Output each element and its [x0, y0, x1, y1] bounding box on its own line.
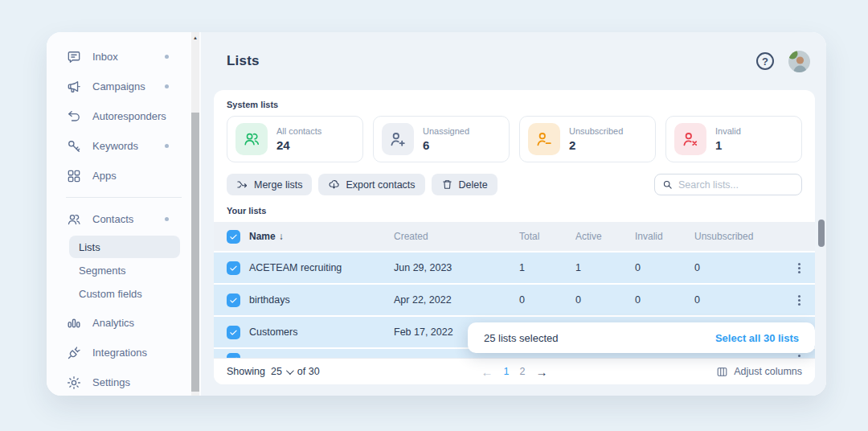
stat-value: 1 [715, 138, 741, 152]
megaphone-icon [66, 79, 82, 95]
column-header-total[interactable]: Total [519, 231, 575, 242]
notification-dot [165, 84, 169, 88]
cell-list-name: birthdays [249, 294, 394, 306]
sidebar-item-label: Contacts [92, 213, 133, 225]
help-button[interactable]: ? [756, 52, 774, 70]
sidebar-item-integrations[interactable]: Integrations [47, 338, 201, 367]
sidebar-item-autoresponders[interactable]: Autoresponders [47, 101, 201, 131]
check-icon [229, 296, 238, 305]
stat-label: Invalid [715, 126, 741, 136]
stat-label: Unassigned [423, 126, 469, 136]
export-contacts-button[interactable]: Export contacts [318, 174, 424, 195]
sidebar-subitem-segments[interactable]: Segments [69, 259, 180, 281]
row-checkbox[interactable] [227, 326, 240, 339]
scroll-up-arrow-icon[interactable]: ▲ [191, 34, 199, 42]
inbox-icon [66, 49, 82, 65]
page-size-dropdown[interactable]: 25 [271, 366, 292, 377]
sidebar-item-label: Autoresponders [92, 110, 166, 122]
stat-card-all-contacts[interactable]: All contacts 24 [227, 116, 363, 162]
showing-label: Showing [227, 366, 265, 377]
sidebar-item-campaigns[interactable]: Campaigns [47, 72, 201, 101]
sidebar-divider [66, 197, 182, 198]
notification-dot [165, 55, 169, 59]
stat-card-unassigned[interactable]: Unassigned 6 [373, 116, 510, 162]
next-page-icon[interactable]: → [535, 365, 547, 379]
page-number-2[interactable]: 2 [520, 366, 526, 377]
sidebar-item-label: Integrations [92, 347, 147, 359]
sidebar-subitem-lists[interactable]: Lists [69, 236, 180, 258]
plug-icon [66, 345, 82, 361]
select-all-checkbox[interactable] [227, 230, 240, 244]
column-header-created[interactable]: Created [394, 231, 519, 242]
system-lists-label: System lists [227, 100, 802, 109]
column-header-active[interactable]: Active [575, 231, 635, 242]
sidebar-item-settings[interactable]: Settings [47, 367, 201, 396]
sidebar-scrollbar-thumb[interactable] [191, 113, 199, 392]
sidebar-item-label: Apps [92, 170, 117, 182]
select-all-link[interactable]: Select all 30 lists [715, 332, 799, 344]
sidebar-item-apps[interactable]: Apps [47, 161, 201, 191]
stat-value: 6 [423, 138, 469, 152]
cell-unsubscribed: 0 [694, 262, 791, 273]
subitem-label: Segments [79, 265, 126, 277]
row-menu-icon[interactable] [795, 261, 804, 276]
sidebar-item-contacts[interactable]: Contacts [47, 204, 201, 234]
pagination: ← 1 2 → [481, 365, 548, 379]
stat-card-invalid[interactable]: Invalid 1 [665, 116, 802, 162]
showing-control: Showing 25 of 30 [227, 366, 320, 377]
previous-page-icon[interactable]: ← [481, 365, 493, 379]
row-checkbox[interactable] [227, 293, 240, 307]
subitem-label: Lists [79, 241, 100, 253]
columns-icon [716, 366, 728, 378]
page-number-1[interactable]: 1 [504, 366, 510, 377]
selection-count: 25 lists selected [484, 332, 559, 344]
column-header-invalid[interactable]: Invalid [635, 231, 694, 242]
row-menu-icon[interactable] [795, 293, 804, 308]
cell-active: 1 [575, 262, 635, 273]
cell-list-name: ACETEAM recruiting [249, 262, 394, 273]
check-icon [229, 232, 238, 241]
adjust-columns-button[interactable]: Adjust columns [716, 366, 802, 378]
column-header-name[interactable]: Name↓ [249, 231, 394, 242]
merge-lists-button[interactable]: Merge lists [227, 174, 312, 195]
sidebar-item-label: Campaigns [92, 80, 145, 92]
page-size-value: 25 [271, 366, 282, 377]
check-icon [229, 328, 238, 337]
sidebar-item-keywords[interactable]: Keywords [47, 131, 201, 161]
main-scrollbar-thumb[interactable] [818, 220, 825, 247]
main-panel: Lists ? System lists [201, 32, 826, 396]
bar-chart-icon [66, 315, 82, 331]
search-input[interactable] [678, 179, 794, 191]
sidebar-item-inbox[interactable]: Inbox [47, 42, 201, 72]
sidebar: Inbox Campaigns Autoresponders Keywords … [47, 32, 201, 396]
grid-icon [66, 168, 82, 184]
stat-value: 2 [569, 138, 623, 152]
people-group-icon [235, 123, 268, 155]
person-x-icon [674, 123, 706, 155]
merge-lists-label: Merge lists [254, 179, 302, 191]
row-checkbox[interactable] [227, 261, 240, 275]
people-icon [66, 211, 82, 228]
table-row[interactable]: birthdays Apr 22, 2022 0 0 0 0 [214, 285, 815, 315]
subitem-label: Custom fields [79, 288, 142, 300]
user-avatar[interactable] [788, 51, 810, 72]
stat-card-unsubscribed[interactable]: Unsubscribed 2 [519, 116, 656, 162]
check-icon [229, 264, 238, 273]
sort-desc-icon: ↓ [279, 231, 284, 242]
delete-button[interactable]: Delete [432, 174, 497, 195]
trash-icon [441, 179, 453, 191]
cell-unsubscribed: 0 [694, 294, 791, 306]
table-row[interactable]: ACETEAM recruiting Jun 29, 2023 1 1 0 0 [214, 252, 815, 283]
sidebar-item-label: Analytics [92, 317, 134, 329]
search-box [654, 174, 802, 195]
column-header-unsubscribed[interactable]: Unsubscribed [694, 231, 791, 242]
sidebar-item-analytics[interactable]: Analytics [47, 308, 201, 338]
cell-active: 0 [575, 294, 635, 306]
stat-label: Unsubscribed [569, 126, 623, 136]
gear-icon [66, 375, 82, 391]
sidebar-item-label: Inbox [92, 51, 118, 63]
table-header-row: Name↓ Created Total Active Invalid Unsub… [214, 222, 815, 251]
sidebar-subitem-custom-fields[interactable]: Custom fields [69, 282, 180, 305]
cell-created: Apr 22, 2022 [394, 294, 519, 306]
notification-dot [165, 144, 169, 148]
